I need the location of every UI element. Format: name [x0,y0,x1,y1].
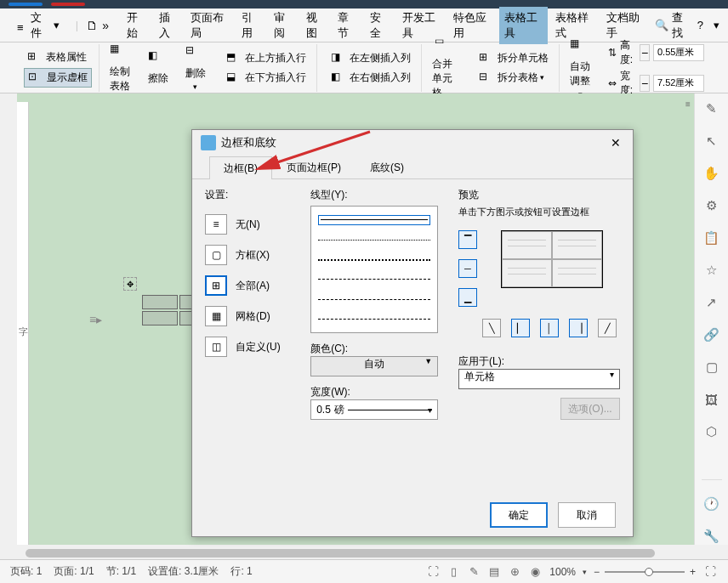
ok-button[interactable]: 确定 [490,502,548,528]
tab-security[interactable]: 安全 [365,7,395,44]
tab-border[interactable]: 边框(B) [209,156,272,179]
insert-col-right[interactable]: ◧在右侧插入列 [327,69,414,87]
zoom-in-icon[interactable]: + [690,566,696,578]
zoom-slider[interactable]: − + [594,566,696,578]
view-edit-icon[interactable]: ✎ [466,564,481,580]
linetype-list[interactable] [310,206,438,333]
app-tab-red[interactable] [51,3,85,6]
zoom-value[interactable]: 100% [549,566,576,578]
app-tab-blue[interactable] [9,3,43,6]
view-fullscreen-icon[interactable]: ⛶ [425,564,441,580]
scrollbar-thumb[interactable] [26,549,655,558]
tab-view[interactable]: 视图 [301,7,331,44]
sidebar-link-icon[interactable]: 🔗 [703,326,720,343]
option-all[interactable]: ⊞全部(A) [205,270,298,301]
tab-shading[interactable]: 底纹(S) [355,156,418,178]
sidebar-share-icon[interactable]: ↗ [703,294,720,311]
sidebar-hand-icon[interactable]: ✋ [703,165,720,182]
sidebar-cursor-icon[interactable]: ↖ [703,133,720,150]
view-web-icon[interactable]: ⊕ [507,564,522,580]
sidebar-tools-icon[interactable]: 🔧 [703,528,720,545]
tab-review[interactable]: 审阅 [269,7,299,44]
border-bottom-btn[interactable]: ▁ [458,288,477,307]
insert-row-above[interactable]: ⬒在上方插入行 [223,49,310,67]
cancel-button[interactable]: 取消 [558,502,616,528]
sidebar-box-icon[interactable]: ▢ [703,359,720,376]
line-dashed[interactable] [318,275,430,284]
insert-row-below[interactable]: ⬓在下方插入行 [223,69,310,87]
status-section[interactable]: 节: 1/1 [106,564,136,579]
sidebar-cube-icon[interactable]: ⬡ [703,423,720,440]
tab-chapter[interactable]: 章节 [333,7,362,44]
split-table[interactable]: ⊟拆分表格▾ [475,69,552,87]
line-dashed-long[interactable] [318,294,430,303]
search-button[interactable]: 🔍 查找 [655,10,687,41]
show-virtual-frame[interactable]: ⊡显示虚框 [24,68,92,88]
color-select[interactable]: 自动 [310,356,438,376]
sidebar-pencil-icon[interactable]: ✎ [703,100,720,117]
sidebar-clock-icon[interactable]: 🕐 [703,495,720,512]
sidebar-clipboard-icon[interactable]: 📋 [703,229,720,246]
split-cells[interactable]: ⊞拆分单元格 [475,49,552,67]
erase[interactable]: ◧擦除 [141,48,175,88]
zoom-thumb[interactable] [645,568,653,576]
status-row[interactable]: 行: 1 [230,564,252,579]
status-page-num[interactable]: 页码: 1 [10,564,42,579]
status-setvalue[interactable]: 设置值: 3.1厘米 [148,564,219,579]
line-dotted[interactable] [318,255,430,264]
table-properties[interactable]: ⊞表格属性 [24,48,92,66]
width-down[interactable]: − [640,75,650,92]
line-dotted-fine[interactable] [318,235,430,245]
border-hmid-btn[interactable]: ─ [458,259,477,278]
chevron-down-icon[interactable]: ▾ [583,568,587,576]
line-dashdot[interactable] [318,314,430,324]
border-diag1-btn[interactable]: ╲ [482,319,501,337]
status-page[interactable]: 页面: 1/1 [54,564,94,579]
border-vmid-btn[interactable]: │ [540,319,559,337]
chevron-down-icon[interactable]: ▾ [714,19,719,31]
table-move-handle[interactable]: ✥ [123,277,137,291]
border-top-btn[interactable]: ▔ [458,230,477,249]
width-select[interactable]: 0.5 磅 [310,399,438,420]
file-menu[interactable]: 文件 ▾ [9,7,68,44]
zoom-out-icon[interactable]: − [594,566,600,578]
save-icon[interactable]: 🗋 [86,19,98,32]
view-print-icon[interactable]: ▤ [486,564,502,580]
tab-page-layout[interactable]: 页面布局 [185,7,234,44]
tab-insert[interactable]: 插入 [154,7,184,44]
height-input[interactable] [653,44,704,61]
height-down[interactable]: − [640,44,650,61]
option-box[interactable]: ▢方框(X) [205,240,298,270]
tab-table-tools[interactable]: 表格工具 [499,7,548,44]
auto-adjust[interactable]: ▦自动调整▾ [563,36,598,100]
option-custom[interactable]: ◫自定义(U) [205,331,298,362]
preview-table[interactable] [501,230,603,288]
sidebar-star-icon[interactable]: ☆ [703,262,720,279]
option-grid[interactable]: ▦网格(D) [205,301,298,331]
insert-col-left[interactable]: ◨在左侧插入列 [327,49,414,67]
draw-table[interactable]: ▦绘制表格 [103,41,138,95]
tab-references[interactable]: 引用 [236,7,266,44]
delete[interactable]: ⊟删除▾ [179,42,213,93]
tab-start[interactable]: 开始 [122,7,151,44]
border-right-btn[interactable]: ▕ [569,319,588,337]
option-none[interactable]: ≡无(N) [205,209,298,240]
width-input[interactable] [653,75,704,92]
view-outline-icon[interactable]: ◉ [527,564,543,580]
tab-page-border[interactable]: 页面边框(P) [272,156,355,178]
border-diag2-btn[interactable]: ╱ [598,319,617,337]
options-button[interactable]: 选项(O)... [560,398,620,420]
apply-select[interactable]: 单元格 [458,369,620,389]
view-read-icon[interactable]: ▯ [446,564,461,580]
close-button[interactable]: ✕ [607,134,624,151]
sidebar-settings-icon[interactable]: ⚙ [703,197,720,214]
line-solid-selected[interactable] [318,215,430,225]
help-icon[interactable]: ? [697,19,703,31]
scroll-indicator[interactable]: ≡ [682,98,694,110]
merge-cells[interactable]: ▭合并单元格 [425,33,465,102]
zoom-track[interactable] [605,571,685,573]
more-icon[interactable]: » [102,19,109,32]
horizontal-scrollbar[interactable] [17,547,694,559]
sidebar-image-icon[interactable]: 🖼 [703,391,720,408]
fit-icon[interactable]: ⛶ [702,564,718,580]
